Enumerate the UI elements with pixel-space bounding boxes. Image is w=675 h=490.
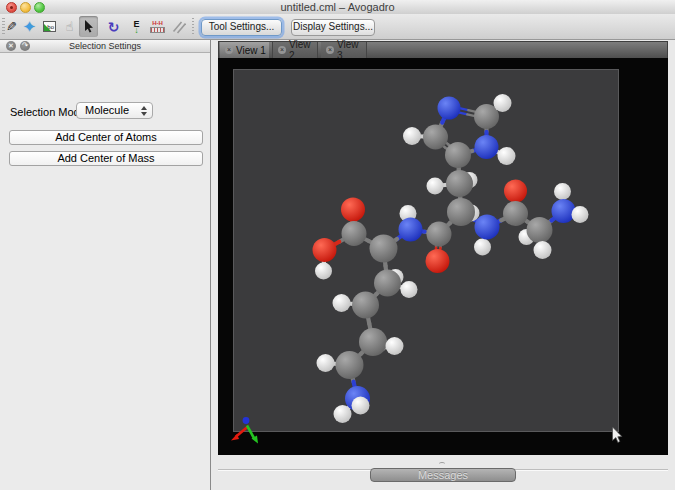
selection-settings-panel: ✕ ↷ Selection Settings Selection Mode: M… xyxy=(0,40,211,490)
dropdown-stepper-icon xyxy=(141,106,147,116)
tab-view-2[interactable]: × View 2 xyxy=(272,42,318,58)
auto-rotate-tool-button[interactable]: ↻ xyxy=(104,16,123,37)
panel-title: Selection Settings xyxy=(0,41,210,51)
manipulate-tool-button[interactable]: ☝ xyxy=(60,16,79,37)
add-center-of-mass-button[interactable]: Add Center of Mass xyxy=(9,151,203,166)
toolbar: ✎ ✦ bo ☝ ↻ E ↓ H-H Tool Settings... Di xyxy=(0,14,675,40)
mouse-cursor xyxy=(613,427,622,442)
title-bar: untitled.cml – Avogadro xyxy=(0,0,675,15)
tab-label: View 1 xyxy=(236,45,266,56)
navigate-star-icon: ✦ xyxy=(23,18,36,36)
auto-optimize-tool-button[interactable]: E ↓ xyxy=(127,16,146,37)
tab-close-icon[interactable]: × xyxy=(326,46,334,54)
selection-mode-value: Molecule xyxy=(85,104,129,116)
bond-centric-tool-button[interactable]: bo xyxy=(40,16,59,37)
tool-settings-button[interactable]: Tool Settings... xyxy=(201,19,282,36)
splitter-handle[interactable] xyxy=(439,462,445,466)
pencil-icon: ✎ xyxy=(6,19,17,34)
optimize-energy-icon: E ↓ xyxy=(133,21,139,33)
rotate-arrow-icon: ↻ xyxy=(108,19,120,35)
panel-header: ✕ ↷ Selection Settings xyxy=(0,40,210,53)
align-tool-button[interactable] xyxy=(169,16,188,37)
toolbar-separator xyxy=(192,18,194,36)
view-tab-bar: × View 1 × View 2 × View 3 xyxy=(218,41,668,58)
tab-close-icon[interactable]: × xyxy=(278,46,286,54)
tab-view-1[interactable]: × View 1 xyxy=(220,42,269,58)
axis-y xyxy=(247,426,255,440)
measure-tool-button[interactable]: H-H xyxy=(148,16,167,37)
tab-close-icon[interactable]: × xyxy=(225,46,233,54)
axis-indicator xyxy=(231,417,258,443)
align-lines-icon xyxy=(172,20,186,34)
hand-icon: ☝ xyxy=(66,19,74,34)
axis-z xyxy=(243,417,250,424)
selection-tool-button[interactable] xyxy=(79,16,98,37)
selection-mode-dropdown[interactable]: Molecule xyxy=(76,102,153,119)
navigate-tool-button[interactable]: ✦ xyxy=(20,16,39,37)
messages-button[interactable]: Messages xyxy=(370,468,516,482)
add-center-of-atoms-button[interactable]: Add Center of Atoms xyxy=(9,130,203,145)
window-title: untitled.cml – Avogadro xyxy=(0,1,675,14)
main-area: × View 1 × View 2 × View 3 Messages xyxy=(211,40,675,490)
molecule-canvas[interactable] xyxy=(218,58,668,455)
draw-tool-button[interactable]: ✎ xyxy=(2,16,21,37)
cursor-arrow-icon xyxy=(83,20,95,34)
measure-ruler-icon: H-H xyxy=(150,21,165,33)
molecule-viewport[interactable] xyxy=(218,58,668,455)
tab-view-3[interactable]: × View 3 xyxy=(321,42,367,58)
display-settings-button[interactable]: Display Settings... xyxy=(291,19,375,36)
bond-order-icon: bo xyxy=(43,21,56,32)
molecule-render xyxy=(313,94,589,423)
